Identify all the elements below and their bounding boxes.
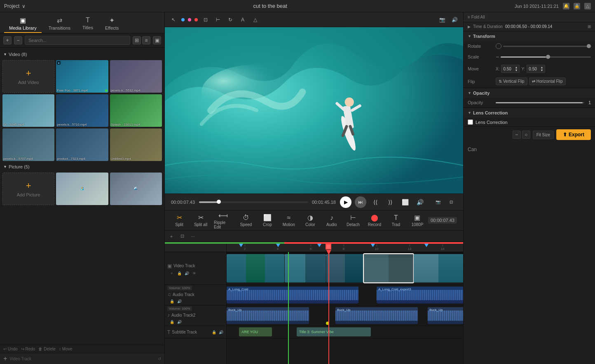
dot-blue[interactable]	[181, 18, 185, 21]
horizontal-flip-btn[interactable]: ⇄ Horizontal Flip	[529, 77, 566, 85]
video-clip-0[interactable]	[227, 254, 284, 282]
rotate-btn[interactable]: ↻	[226, 15, 235, 24]
transform-header[interactable]: ▼ Transform	[464, 31, 595, 41]
audio2-lock-btn[interactable]: 🔒	[169, 319, 175, 325]
progress-thumb[interactable]	[217, 200, 221, 204]
subtitle-clip-1[interactable]: Title 3: Summer Vibe	[297, 327, 371, 336]
lock-icon[interactable]: 🔒	[574, 3, 580, 9]
snapshot2-btn[interactable]: 📷	[432, 196, 444, 208]
video-clip-4[interactable]	[414, 254, 463, 282]
track-add-btn[interactable]: +	[169, 271, 175, 276]
video-clip-3-selected[interactable]	[364, 254, 413, 282]
picture-item-1[interactable]: 🌊	[110, 173, 162, 205]
detach-tool[interactable]: ⊢ Detach	[345, 214, 361, 227]
video-item-2[interactable]: St - 3245.mp4	[2, 94, 54, 127]
audio-lock-btn[interactable]: 🔒	[169, 299, 175, 304]
fold-all-btn[interactable]: ≡ Fold All	[468, 15, 485, 19]
dot-red[interactable]	[194, 18, 198, 21]
audio-clip-0[interactable]: A_Long_Cold	[227, 287, 358, 303]
audio-clip-1[interactable]: A_Long_Cold_export3	[377, 287, 463, 303]
quality-tool[interactable]: ▣ 1080P	[409, 214, 426, 227]
video-item-1[interactable]: pexels-k...5532.mp4	[110, 60, 162, 93]
progress-bar[interactable]	[199, 201, 308, 203]
opacity-slider[interactable]	[496, 102, 584, 103]
lens-correction-header[interactable]: ▼ Lens Correction	[464, 108, 595, 118]
pip-btn[interactable]: ⊡	[445, 196, 457, 208]
lens-correction-checkbox[interactable]	[468, 119, 473, 125]
tab-transitions[interactable]: ⇄ Transitions	[44, 15, 75, 33]
project-chevron[interactable]: ∨	[22, 3, 26, 9]
zoom-in-btn[interactable]: ○	[522, 131, 530, 139]
opacity-header[interactable]: ▼ Opacity	[464, 88, 595, 98]
audio-preview-btn[interactable]: 🔊	[450, 15, 459, 24]
next-frame-btn[interactable]: ⟩⟩	[384, 196, 396, 208]
notification-icon[interactable]: 🔔	[563, 3, 569, 9]
subtitle-vol-btn[interactable]: 🔊	[218, 329, 224, 335]
media-options-btn[interactable]: ▣	[153, 36, 161, 44]
video-item-4[interactable]: Splash - 23011.mp4	[110, 94, 162, 127]
record-tool[interactable]: ⬤ Record	[366, 214, 383, 227]
project-label[interactable]: Project	[4, 3, 19, 9]
bell-icon[interactable]: △	[584, 3, 591, 9]
remove-media-btn[interactable]: −	[14, 36, 22, 44]
track-eye-btn[interactable]: 👁	[191, 271, 197, 276]
picture-section-header[interactable]: ▼ Picture (5)	[2, 163, 162, 171]
search-input[interactable]	[25, 36, 130, 45]
video-item-3[interactable]: pexels-k...5710.mp4	[56, 94, 108, 127]
tab-effects[interactable]: ✦ Effects	[100, 15, 124, 33]
audio2-vol-btn[interactable]: 🔊	[176, 319, 182, 325]
undo-btn[interactable]: ↩ Undo	[3, 347, 18, 351]
tl-dots-btn[interactable]: ···	[189, 232, 197, 240]
crop-tool[interactable]: ⬜ Crop	[259, 214, 276, 227]
video-section-header[interactable]: ▼ Video (8)	[2, 50, 162, 58]
subtitle-lock-btn[interactable]: 🔒	[211, 329, 217, 335]
move-y-input[interactable]: 0.50 ▲ ▼	[527, 65, 545, 73]
export-btn[interactable]: ⬆ Export	[556, 129, 591, 140]
crop-btn[interactable]: ⊡	[201, 15, 210, 24]
add-video-btn[interactable]: + Add Video	[2, 60, 54, 93]
play-alt-btn[interactable]: ⏭	[355, 196, 366, 208]
grid-view-btn[interactable]: ⊞	[133, 36, 141, 44]
trad-tool[interactable]: T Trad	[388, 214, 404, 227]
zoom-out-btn[interactable]: −	[513, 131, 521, 139]
video-item-5[interactable]: pexels-k...5707.mp4	[2, 128, 54, 161]
tab-media-library[interactable]: ▣ Media Library	[4, 15, 42, 33]
add-media-btn[interactable]: +	[3, 36, 12, 44]
audio2-clip-0[interactable]: Buck_Up	[227, 307, 309, 324]
subtitle-clip-0[interactable]: ARE YOU	[239, 327, 272, 336]
split-tool[interactable]: ✂ Split	[171, 214, 187, 227]
add-track-btn[interactable]: +	[3, 355, 7, 362]
text-btn[interactable]: A	[238, 15, 247, 24]
vertical-flip-btn[interactable]: ⇅ Vertical Flip	[496, 77, 527, 85]
video-clip-2[interactable]	[326, 254, 363, 282]
speed-tool[interactable]: ⏱ Speed	[238, 214, 254, 227]
motion-tool[interactable]: ≈ Motion	[281, 214, 297, 227]
add-picture-btn[interactable]: + Add Picture	[2, 173, 54, 205]
delete-btn[interactable]: 🗑 Delete	[38, 347, 56, 351]
audio2-clip-1[interactable]: Buck_Up	[335, 307, 418, 324]
ripple-edit-tool[interactable]: ⟻ Ripple Edit	[214, 212, 233, 229]
color-tool[interactable]: ◑ Color	[302, 214, 319, 227]
video-item-7[interactable]: Untitled3.mp4	[110, 128, 162, 161]
track-lock-btn[interactable]: 🔒	[176, 271, 182, 276]
move-x-input[interactable]: 0.50 ▲ ▼	[501, 65, 520, 73]
volume-btn[interactable]: 🔊	[414, 196, 426, 208]
tab-titles[interactable]: T Titles	[77, 15, 98, 33]
audio-vol-btn[interactable]: 🔊	[176, 299, 182, 304]
rotate-slider[interactable]	[503, 46, 591, 47]
redo-btn[interactable]: ↪ Redo	[21, 347, 35, 351]
list-view-btn[interactable]: ≡	[142, 36, 150, 44]
snapshot-btn[interactable]: 📷	[438, 15, 447, 24]
shape-btn[interactable]: △	[251, 15, 260, 24]
move-btn[interactable]: ↕ Move	[59, 347, 72, 351]
track-volume-btn[interactable]: 🔊	[184, 271, 190, 276]
rotate-circle-btn[interactable]	[496, 43, 501, 49]
audio-tool[interactable]: ♪ Audio	[323, 214, 340, 227]
video-clip-1[interactable]	[285, 254, 326, 282]
split-all-tool[interactable]: ✂ Split all	[192, 214, 209, 227]
tl-add-btn[interactable]: +	[167, 232, 176, 240]
video-item-6[interactable]: product...7323.mp4	[56, 128, 108, 161]
refresh-btn[interactable]: ↺	[158, 357, 161, 361]
scale-slider[interactable]	[501, 56, 591, 58]
tl-snap-btn[interactable]: ⊡	[178, 232, 186, 240]
